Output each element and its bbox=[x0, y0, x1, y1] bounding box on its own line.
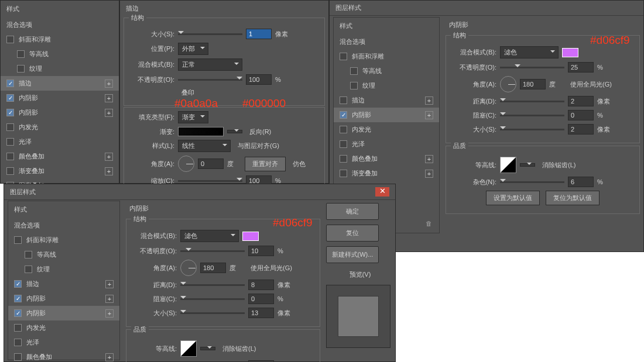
gradient-picker[interactable] bbox=[178, 127, 224, 136]
size-slider[interactable] bbox=[178, 33, 242, 35]
inner-shadow-checkbox[interactable] bbox=[6, 94, 14, 102]
color-overlay-checkbox[interactable] bbox=[6, 153, 14, 160]
scale-slider[interactable] bbox=[178, 180, 242, 182]
inner-shadow-sel[interactable]: 内阴影+ bbox=[334, 108, 439, 122]
inner-shadow-settings-bottom: 内阴影 结构 混合模式(B):滤色 不透明度(O):10% 角度(A):180度… bbox=[124, 201, 323, 360]
dialog-titlebar: 图层样式✕ bbox=[4, 184, 395, 200]
gradient-style-dropdown[interactable]: 线性 bbox=[178, 140, 231, 152]
structure-legend: 结构 bbox=[129, 13, 146, 22]
trash-icon[interactable]: 🗑 bbox=[424, 220, 433, 229]
stroke-settings-panel: 描边 结构 大小(S):1像素 位置(P):外部 混合模式(B):正常 不透明度… bbox=[119, 0, 329, 184]
new-style-button[interactable]: 新建样式(W)... bbox=[326, 246, 379, 263]
opacity-slider[interactable] bbox=[178, 79, 242, 81]
contour-checkbox[interactable] bbox=[17, 50, 25, 58]
filltype-dropdown[interactable]: 渐变 bbox=[178, 111, 208, 123]
stroke-title: 描边 bbox=[120, 1, 328, 16]
reset-align-button[interactable]: 重置对齐 bbox=[245, 157, 286, 171]
stroke-checkbox[interactable] bbox=[6, 80, 14, 87]
position-dropdown[interactable]: 外部 bbox=[178, 43, 208, 55]
blend-dropdown[interactable]: 正常 bbox=[178, 58, 242, 71]
satin-item[interactable]: 光泽 bbox=[1, 135, 119, 149]
gradient-overlay-item[interactable]: 渐变叠加+ bbox=[1, 164, 119, 178]
layer-style-dialog-bottom: 图层样式✕ 样式 混合选项 斜面和浮雕 等高线 纹理 描边+ 内阴影+ 内阴影+… bbox=[4, 184, 396, 362]
opacity-slider[interactable] bbox=[500, 67, 564, 68]
inner-shadow-item[interactable]: 内阴影+ bbox=[1, 91, 119, 105]
add-icon[interactable]: + bbox=[105, 109, 113, 117]
satin-checkbox[interactable] bbox=[6, 138, 14, 146]
bevel-checkbox[interactable] bbox=[6, 36, 14, 43]
texture-item[interactable]: 纹理 bbox=[1, 61, 119, 76]
contour-item[interactable]: 等高线 bbox=[1, 47, 119, 61]
bevel-item[interactable]: 斜面和浮雕 bbox=[1, 32, 119, 47]
angle-control[interactable] bbox=[500, 76, 516, 92]
angle-control[interactable] bbox=[178, 156, 194, 172]
inner-shadow-settings-right: 内阴影 结构 混合模式(B):滤色 不透明度(O):25% 角度(A):180度… bbox=[443, 17, 642, 233]
gradient-dropdown[interactable] bbox=[227, 130, 242, 133]
dialog-buttons: 确定 复位 新建样式(W)... 预览(V) bbox=[326, 203, 390, 348]
color-overlay-item[interactable]: 颜色叠加+ bbox=[1, 149, 119, 164]
cancel-button[interactable]: 复位 bbox=[326, 225, 379, 242]
contour-picker[interactable] bbox=[500, 157, 516, 173]
blending-options[interactable]: 混合选项 bbox=[1, 18, 119, 32]
ok-button[interactable]: 确定 bbox=[326, 203, 379, 220]
effect-preview bbox=[338, 296, 379, 337]
add-icon[interactable]: + bbox=[105, 153, 113, 161]
add-icon[interactable]: + bbox=[105, 167, 113, 175]
texture-checkbox[interactable] bbox=[17, 65, 25, 73]
dialog-titlebar: 图层样式 bbox=[330, 1, 643, 16]
style-list-panel-1: 样式 混合选项 斜面和浮雕 等高线 纹理 描边+ 内阴影+ 内阴影+ 内发光 光… bbox=[0, 0, 119, 184]
add-icon[interactable]: + bbox=[105, 94, 113, 102]
blend-dropdown[interactable]: 滤色 bbox=[500, 46, 559, 58]
opacity-input[interactable]: 100 bbox=[246, 74, 272, 85]
inner-shadow2-item[interactable]: 内阴影+ bbox=[1, 105, 119, 120]
inner-shadow2-checkbox[interactable] bbox=[6, 109, 14, 116]
styles-header: 样式 bbox=[1, 1, 119, 18]
color-swatch[interactable] bbox=[242, 232, 259, 241]
size-input[interactable]: 1 bbox=[246, 29, 272, 39]
angle-input[interactable]: 0 bbox=[198, 158, 224, 169]
style-list-panel-3: 样式 混合选项 斜面和浮雕 等高线 纹理 描边+ 内阴影+ 内阴影+ 内发光 光… bbox=[8, 201, 120, 360]
color-swatch[interactable] bbox=[562, 48, 578, 57]
gradient-overlay-checkbox[interactable] bbox=[6, 167, 14, 175]
close-button[interactable]: ✕ bbox=[375, 187, 389, 196]
add-icon[interactable]: + bbox=[105, 80, 113, 88]
stroke-item[interactable]: 描边+ bbox=[1, 76, 119, 91]
inner-glow-checkbox[interactable] bbox=[6, 123, 14, 131]
inner-glow-item[interactable]: 内发光 bbox=[1, 120, 119, 135]
